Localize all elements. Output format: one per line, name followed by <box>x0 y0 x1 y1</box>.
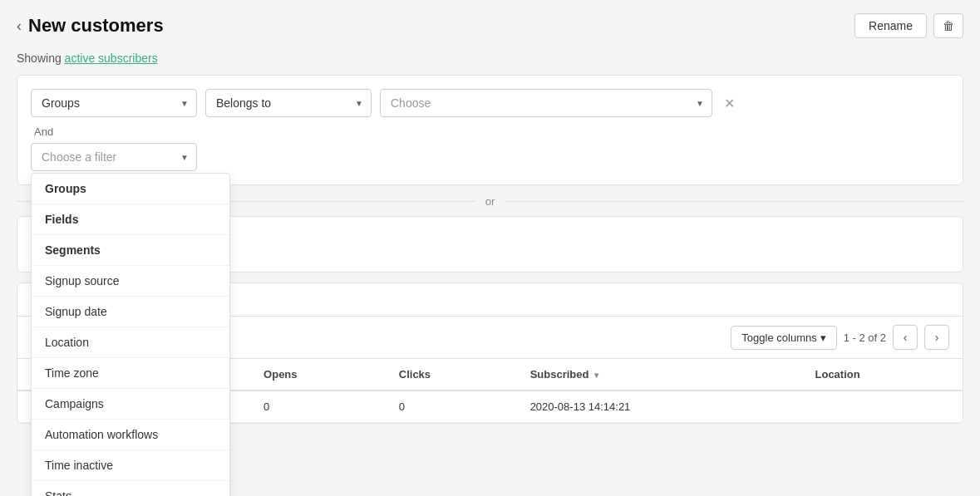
top-right: Rename 🗑 <box>854 13 963 38</box>
header-clicks: Clicks <box>386 359 517 390</box>
pagination-next-button[interactable]: › <box>924 325 949 350</box>
toggle-columns-button[interactable]: Toggle columns ▾ <box>731 326 836 350</box>
dropdown-item-signup-date[interactable]: Signup date <box>32 297 229 327</box>
choose-select[interactable]: Choose <box>380 89 712 117</box>
table-toolbar-right: Toggle columns ▾ 1 - 2 of 2 ‹ › <box>731 325 949 350</box>
filter-row: Groups Belongs to Choose ✕ <box>31 89 949 117</box>
dropdown-item-time-inactive[interactable]: Time inactive <box>32 450 229 481</box>
second-filter-row: Choose a filter Groups Fields Segments S… <box>31 143 949 171</box>
dropdown-item-signup-source[interactable]: Signup source <box>32 266 229 297</box>
showing-bar: Showing active subscribers <box>0 48 980 75</box>
active-subscribers-link[interactable]: active subscribers <box>65 52 158 65</box>
rename-button[interactable]: Rename <box>854 13 927 38</box>
dropdown-item-automation-workflows[interactable]: Automation workflows <box>32 420 229 450</box>
header-opens: Opens <box>250 359 386 390</box>
toggle-columns-chevron-icon: ▾ <box>820 331 826 344</box>
pagination-info: 1 - 2 of 2 <box>844 331 886 344</box>
groups-select[interactable]: Groups <box>31 89 197 117</box>
filter-card: Groups Belongs to Choose ✕ And Choose a … <box>17 75 963 185</box>
chevron-left-icon: ‹ <box>904 331 908 344</box>
choose-filter-select[interactable]: Choose a filter <box>31 143 197 171</box>
row-opens: 0 <box>250 390 386 423</box>
groups-select-wrapper: Groups <box>31 89 197 117</box>
choose-filter-wrapper: Choose a filter Groups Fields Segments S… <box>31 143 197 171</box>
toggle-columns-label: Toggle columns <box>741 331 816 344</box>
dropdown-item-campaigns[interactable]: Campaigns <box>32 389 229 420</box>
trash-icon: 🗑 <box>943 19 954 32</box>
row-location <box>802 390 963 423</box>
row-clicks: 0 <box>386 390 517 423</box>
showing-prefix: Showing <box>17 52 62 65</box>
dropdown-item-location[interactable]: Location <box>32 327 229 358</box>
page-title: New customers <box>28 15 164 37</box>
top-left: ‹ New customers <box>17 15 164 37</box>
choose-select-wrapper: Choose <box>380 89 712 117</box>
dropdown-item-groups[interactable]: Groups <box>32 174 229 204</box>
filter-dropdown-menu: Groups Fields Segments Signup source Sig… <box>31 173 230 496</box>
pagination-prev-button[interactable]: ‹ <box>893 325 918 350</box>
filter-close-button[interactable]: ✕ <box>721 92 738 115</box>
belongs-to-select[interactable]: Belongs to <box>205 89 372 117</box>
header-subscribed[interactable]: Subscribed ▾ <box>517 359 802 390</box>
chevron-right-icon: › <box>935 331 939 344</box>
row-subscribed: 2020-08-13 14:14:21 <box>517 390 802 423</box>
header-location: Location <box>802 359 963 390</box>
or-label: or <box>475 195 505 208</box>
back-button[interactable]: ‹ <box>17 18 22 33</box>
dropdown-item-stats[interactable]: Stats <box>32 481 229 496</box>
subscribed-sort-icon: ▾ <box>594 371 598 380</box>
delete-button[interactable]: 🗑 <box>933 13 963 38</box>
dropdown-item-time-zone[interactable]: Time zone <box>32 358 229 389</box>
or-line-right <box>505 201 963 202</box>
top-bar: ‹ New customers Rename 🗑 <box>0 0 980 48</box>
main-content: Groups Belongs to Choose ✕ And Choose a … <box>0 75 980 424</box>
dropdown-item-fields[interactable]: Fields <box>32 204 229 235</box>
and-label: And <box>31 117 949 143</box>
belongs-to-select-wrapper: Belongs to <box>205 89 372 117</box>
dropdown-item-segments[interactable]: Segments <box>32 235 229 266</box>
